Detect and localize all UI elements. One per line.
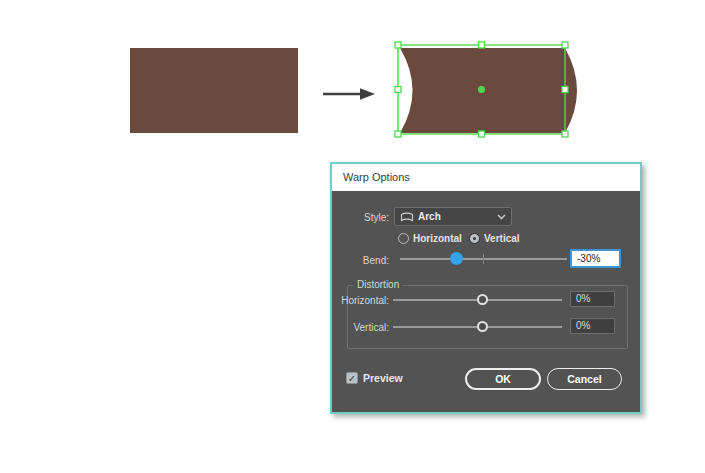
dialog-title-bar[interactable]: Warp Options [332, 164, 640, 191]
original-rectangle-shape[interactable] [130, 48, 298, 133]
center-point[interactable] [478, 86, 485, 93]
bend-slider[interactable] [400, 250, 567, 268]
preview-checkbox[interactable]: ✓ [346, 372, 358, 384]
vertical-radio-label: Vertical [484, 233, 520, 244]
warped-shape-selected[interactable] [390, 38, 590, 142]
distortion-horizontal-input[interactable]: 0% [570, 291, 615, 307]
distortion-vertical-handle[interactable] [477, 321, 488, 332]
dialog-title: Warp Options [343, 171, 410, 183]
style-label: Style: [332, 211, 389, 224]
distortion-horizontal-slider[interactable] [393, 291, 562, 309]
horizontal-radio-label: Horizontal [413, 233, 462, 244]
radio-circle-icon[interactable] [469, 233, 480, 244]
warp-options-dialog: Warp Options Style: Arch Horizontal [330, 162, 642, 414]
distortion-horizontal-label: Horizontal: [333, 294, 389, 307]
distortion-vertical-label: Vertical: [333, 321, 389, 334]
vertical-radio[interactable]: Vertical [469, 232, 520, 245]
warped-shape-path[interactable] [400, 48, 577, 133]
style-dropdown[interactable]: Arch [394, 207, 512, 226]
dialog-body: Style: Arch Horizontal Vertical Bend [332, 191, 640, 412]
bend-label: Bend: [332, 254, 389, 267]
distortion-legend: Distortion [353, 279, 403, 290]
cancel-button[interactable]: Cancel [547, 368, 622, 390]
style-value: Arch [418, 211, 497, 222]
slider-center-tick [483, 254, 484, 264]
horizontal-radio[interactable]: Horizontal [398, 232, 462, 245]
bend-value-input[interactable]: -30% [570, 249, 621, 268]
preview-checkbox-label: Preview [363, 372, 403, 384]
ok-button[interactable]: OK [465, 368, 541, 390]
distortion-group: Distortion Horizontal: 0% Vertical: 0% [347, 285, 628, 349]
radio-circle-icon[interactable] [398, 233, 409, 244]
distortion-vertical-slider[interactable] [393, 318, 562, 336]
distortion-horizontal-handle[interactable] [477, 294, 488, 305]
transform-arrow-icon [320, 85, 378, 103]
chevron-down-icon [497, 214, 506, 220]
check-icon: ✓ [348, 373, 356, 384]
artboard: Warp Options Style: Arch Horizontal [0, 0, 705, 473]
arch-icon [400, 211, 414, 222]
distortion-vertical-input[interactable]: 0% [570, 318, 615, 334]
bend-slider-handle[interactable] [450, 252, 463, 265]
